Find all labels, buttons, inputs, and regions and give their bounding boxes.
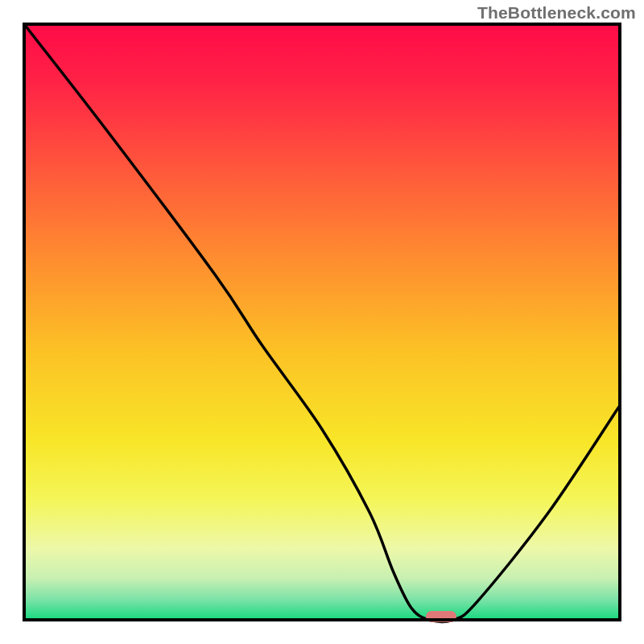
plot-area [24, 24, 620, 622]
chart-container: TheBottleneck.com [0, 0, 644, 644]
bottleneck-chart [0, 0, 644, 644]
watermark-text: TheBottleneck.com [477, 3, 636, 23]
gradient-background [24, 24, 620, 620]
